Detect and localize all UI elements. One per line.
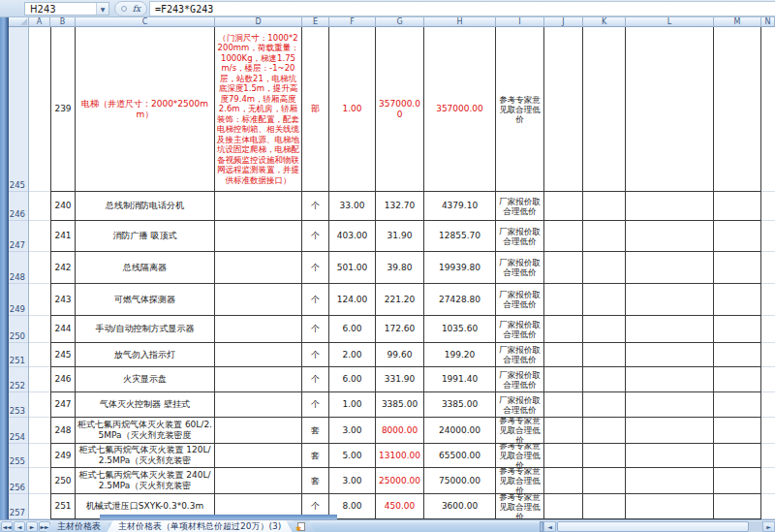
cell-A252[interactable] — [29, 367, 50, 392]
cell-L250[interactable] — [626, 316, 714, 343]
cell-M247[interactable] — [714, 221, 761, 252]
cell-K245[interactable] — [583, 27, 626, 192]
row-header-255[interactable]: 255 — [9, 444, 28, 468]
cell-D251[interactable] — [215, 343, 302, 367]
cell-A249[interactable] — [29, 284, 50, 316]
cell-I255[interactable]: 参考专家意见取合理低价 — [496, 444, 544, 468]
cell-I246[interactable]: 厂家报价取合理低价 — [496, 192, 544, 221]
cell-L245[interactable] — [626, 27, 714, 192]
select-all-corner[interactable] — [9, 17, 29, 27]
cell-A256[interactable] — [29, 468, 50, 494]
cell-A248[interactable] — [29, 252, 50, 284]
column-header-J[interactable]: J — [544, 17, 583, 27]
cell-J256[interactable] — [544, 468, 583, 494]
cell-A257[interactable] — [29, 494, 50, 519]
column-header-E[interactable]: E — [302, 17, 329, 27]
cell-C253[interactable]: 气体灭火控制器 壁挂式 — [76, 392, 215, 418]
cell-D249[interactable] — [215, 284, 302, 316]
cell-A254[interactable] — [29, 418, 50, 444]
cell-G257[interactable]: 450.00 — [376, 494, 424, 519]
horizontal-scroll-track[interactable] — [556, 521, 762, 532]
cell-K251[interactable] — [583, 343, 626, 367]
cell-B250[interactable]: 244 — [50, 316, 76, 343]
cell-C251[interactable]: 放气勿入指示灯 — [76, 343, 215, 367]
cell-I245[interactable]: 参考专家意见取合理低价 — [496, 27, 544, 192]
cell-E256[interactable]: 套 — [302, 468, 329, 494]
cell-G245[interactable]: 357000.00 — [376, 27, 424, 192]
cell-L253[interactable] — [626, 392, 714, 418]
row-header-256[interactable]: 256 — [9, 468, 28, 494]
cell-A253[interactable] — [29, 392, 50, 418]
name-box-dropdown-icon[interactable]: ▼ — [96, 3, 108, 15]
cell-C254[interactable]: 柜式七氟丙烷气体灭火装置 60L/2.5MPa（灭火剂充装密度 — [76, 418, 215, 444]
cell-I247[interactable]: 厂家报价取合理低价 — [496, 221, 544, 252]
cell-E247[interactable]: 个 — [302, 221, 329, 252]
cell-G254[interactable]: 8000.00 — [376, 418, 424, 444]
cell-C256[interactable]: 柜式七氟丙烷气体灭火装置 240L/2.5MPa（灭火剂充装密 — [76, 468, 215, 494]
cell-J245[interactable] — [544, 27, 583, 192]
cell-K248[interactable] — [583, 252, 626, 284]
sheet-tab-materials-over-200k[interactable]: 主材价格表（单项材料总价超过20万）(3) — [107, 520, 293, 532]
cell-J252[interactable] — [544, 367, 583, 392]
cell-L246[interactable] — [626, 192, 714, 221]
cell-B254[interactable]: 248 — [50, 418, 76, 444]
cell-N254[interactable] — [761, 418, 775, 444]
cell-B245[interactable]: 239 — [50, 27, 76, 192]
horizontal-scroll-thumb[interactable] — [557, 521, 749, 532]
cell-I249[interactable]: 厂家报价取合理低价 — [496, 284, 544, 316]
cell-K257[interactable] — [583, 494, 626, 519]
cell-F252[interactable]: 6.00 — [329, 367, 376, 392]
cell-I248[interactable]: 厂家报价取合理低价 — [496, 252, 544, 284]
cell-E249[interactable]: 个 — [302, 284, 329, 316]
prev-sheet-button[interactable]: ◄ — [14, 521, 25, 532]
cell-F249[interactable]: 124.00 — [329, 284, 376, 316]
cell-M252[interactable] — [714, 367, 761, 392]
cell-D247[interactable] — [215, 221, 302, 252]
cell-B253[interactable]: 247 — [50, 392, 76, 418]
cell-F250[interactable]: 6.00 — [329, 316, 376, 343]
cell-B247[interactable]: 241 — [50, 221, 76, 252]
column-header-F[interactable]: F — [329, 17, 376, 27]
cell-N256[interactable] — [761, 468, 775, 494]
cell-M255[interactable] — [714, 444, 761, 468]
cell-J249[interactable] — [544, 284, 583, 316]
cell-I251[interactable]: 厂家报价取合理低价 — [496, 343, 544, 367]
scroll-right-button[interactable]: ► — [762, 521, 775, 532]
cell-H245[interactable]: 357000.00 — [424, 27, 496, 192]
cell-C255[interactable]: 柜式七氟丙烷气体灭火装置 120L/2.5MPa（灭火剂充装密 — [76, 444, 215, 468]
cell-F248[interactable]: 501.00 — [329, 252, 376, 284]
next-sheet-button[interactable]: ► — [26, 521, 38, 532]
cell-N246[interactable] — [761, 192, 775, 221]
cell-K249[interactable] — [583, 284, 626, 316]
scroll-left-button[interactable]: ◄ — [543, 521, 556, 532]
cell-B249[interactable]: 243 — [50, 284, 76, 316]
cell-C249[interactable]: 可燃气体探测器 — [76, 284, 215, 316]
cell-F253[interactable]: 1.00 — [329, 392, 376, 418]
cell-A245[interactable] — [29, 27, 50, 192]
insert-worksheet-tab[interactable]: ✱ — [287, 520, 316, 532]
column-header-I[interactable]: I — [496, 17, 544, 27]
cell-I252[interactable]: 厂家报价取合理低价 — [496, 367, 544, 392]
cell-K253[interactable] — [583, 392, 626, 418]
cell-F254[interactable]: 3.00 — [329, 418, 376, 444]
cell-N250[interactable] — [761, 316, 775, 343]
cell-M251[interactable] — [714, 343, 761, 367]
cell-N252[interactable] — [761, 367, 775, 392]
cell-E251[interactable]: 个 — [302, 343, 329, 367]
column-header-H[interactable]: H — [424, 17, 496, 27]
cell-L247[interactable] — [626, 221, 714, 252]
cell-A246[interactable] — [29, 192, 50, 221]
cell-B248[interactable]: 242 — [50, 252, 76, 284]
cell-I256[interactable]: 参考专家意见取合理低价 — [496, 468, 544, 494]
cell-B252[interactable]: 246 — [50, 367, 76, 392]
cell-N255[interactable] — [761, 444, 775, 468]
cell-M246[interactable] — [714, 192, 761, 221]
cell-H257[interactable]: 3600.00 — [424, 494, 496, 519]
cell-I253[interactable]: 厂家报价取合理低价 — [496, 392, 544, 418]
cell-L249[interactable] — [626, 284, 714, 316]
cell-C247[interactable]: 消防广播 吸顶式 — [76, 221, 215, 252]
cell-M253[interactable] — [714, 392, 761, 418]
cell-D253[interactable] — [215, 392, 302, 418]
cell-J251[interactable] — [544, 343, 583, 367]
cell-G251[interactable]: 99.60 — [376, 343, 424, 367]
